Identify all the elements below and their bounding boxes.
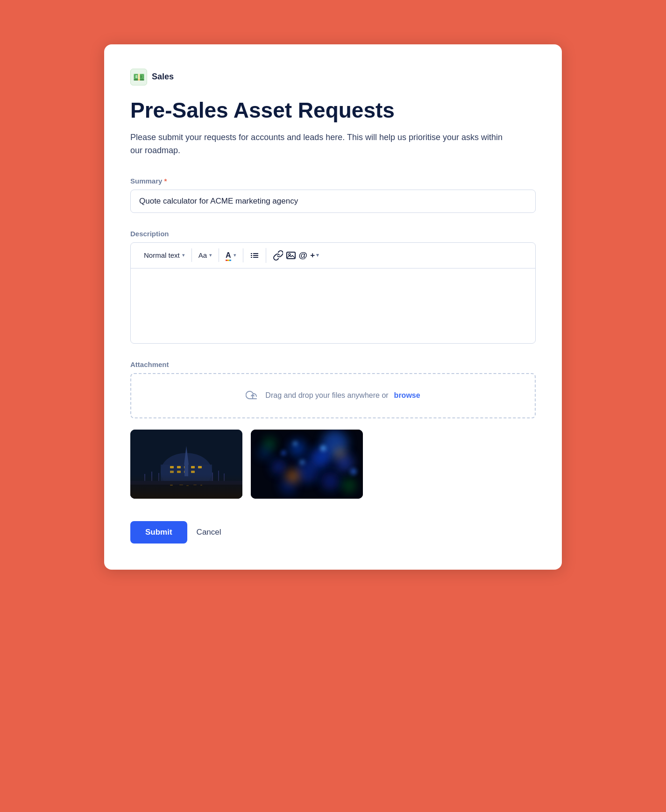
svg-rect-4 <box>251 257 252 258</box>
svg-point-49 <box>335 448 344 458</box>
brand-label: Sales <box>152 72 174 82</box>
link-button[interactable] <box>273 250 283 261</box>
text-style-chevron: ▾ <box>182 252 185 258</box>
mention-button[interactable]: @ <box>299 250 308 261</box>
svg-rect-35 <box>130 481 242 485</box>
svg-rect-0 <box>251 253 252 254</box>
submit-button[interactable]: Submit <box>130 521 187 544</box>
svg-point-41 <box>271 459 286 474</box>
text-style-dropdown[interactable]: Normal text ▾ <box>137 248 192 262</box>
svg-rect-6 <box>287 252 295 259</box>
page-description: Please submit your requests for accounts… <box>130 131 513 157</box>
browse-link[interactable]: browse <box>394 391 420 400</box>
description-editor[interactable]: Normal text ▾ Aa ▾ A <box>130 242 536 344</box>
summary-field-group: Summary * <box>130 177 536 213</box>
description-editor-body[interactable] <box>131 268 535 343</box>
toolbar-icon-group-right: @ + ▾ <box>266 247 326 263</box>
page-title: Pre-Sales Asset Requests <box>130 99 536 122</box>
list-button[interactable] <box>243 248 266 263</box>
svg-point-48 <box>286 470 299 483</box>
attachment-label: Attachment <box>130 360 536 368</box>
svg-rect-14 <box>191 466 195 468</box>
svg-rect-26 <box>186 485 189 486</box>
svg-rect-15 <box>198 466 202 468</box>
text-style-label: Normal text <box>144 251 180 259</box>
color-dropdown[interactable]: A ▾ <box>219 248 243 262</box>
svg-point-52 <box>281 451 286 455</box>
svg-point-40 <box>289 440 306 457</box>
svg-rect-21 <box>184 462 188 476</box>
thumbnails-row <box>130 430 536 499</box>
thumbnail-harbor <box>130 430 242 499</box>
svg-rect-24 <box>170 485 173 486</box>
svg-rect-5 <box>253 257 258 258</box>
editor-toolbar: Normal text ▾ Aa ▾ A <box>131 243 535 268</box>
summary-input[interactable] <box>130 190 536 213</box>
svg-rect-28 <box>200 485 202 486</box>
upload-icon <box>246 387 260 404</box>
svg-rect-25 <box>179 484 183 485</box>
svg-rect-22 <box>130 483 242 499</box>
image-button[interactable] <box>286 250 296 261</box>
buttons-row: Submit Cancel <box>130 521 536 544</box>
description-label: Description <box>130 230 536 238</box>
svg-rect-30 <box>151 472 152 483</box>
brand-icon: 💵 <box>130 69 147 85</box>
color-chevron: ▾ <box>234 252 236 258</box>
svg-point-54 <box>293 442 297 445</box>
svg-rect-3 <box>253 255 258 256</box>
color-label: A <box>226 251 231 260</box>
required-star: * <box>164 177 167 185</box>
svg-rect-31 <box>158 473 159 483</box>
cancel-button[interactable]: Cancel <box>197 528 221 537</box>
attachment-drag-text: Drag and drop your files anywhere or <box>265 391 388 400</box>
more-button[interactable]: + ▾ <box>310 251 319 260</box>
svg-rect-29 <box>144 474 145 483</box>
attachment-dropzone[interactable]: Drag and drop your files anywhere or bro… <box>130 373 536 418</box>
svg-rect-17 <box>177 471 181 473</box>
svg-rect-32 <box>212 473 213 483</box>
svg-rect-16 <box>170 471 174 473</box>
svg-rect-2 <box>251 255 252 256</box>
svg-rect-34 <box>224 473 225 483</box>
svg-point-50 <box>320 445 326 451</box>
form-card: 💵 Sales Pre-Sales Asset Requests Please … <box>104 44 562 570</box>
thumbnail-bokeh <box>251 430 363 499</box>
svg-point-51 <box>300 460 305 465</box>
attachment-field-group: Attachment Drag and drop your files anyw… <box>130 360 536 499</box>
harbor-image <box>130 430 242 499</box>
font-size-dropdown[interactable]: Aa ▾ <box>192 248 219 262</box>
brand-row: 💵 Sales <box>130 69 536 85</box>
svg-rect-11 <box>170 466 174 468</box>
outer-container: 💵 Sales Pre-Sales Asset Requests Please … <box>25 26 641 787</box>
svg-rect-19 <box>191 471 195 473</box>
svg-point-44 <box>321 472 340 490</box>
svg-point-47 <box>342 479 355 492</box>
summary-label: Summary * <box>130 177 536 185</box>
font-size-label: Aa <box>198 251 207 259</box>
font-size-chevron: ▾ <box>209 252 212 258</box>
svg-rect-23 <box>165 484 167 485</box>
svg-point-42 <box>295 460 319 483</box>
description-field-group: Description Normal text ▾ Aa ▾ <box>130 230 536 344</box>
svg-rect-27 <box>193 484 197 485</box>
bokeh-image <box>251 430 363 499</box>
svg-rect-1 <box>253 253 258 254</box>
list-icon <box>250 251 259 260</box>
svg-rect-33 <box>218 471 219 483</box>
svg-rect-12 <box>177 466 181 468</box>
svg-point-53 <box>350 468 357 475</box>
svg-point-46 <box>264 438 275 449</box>
